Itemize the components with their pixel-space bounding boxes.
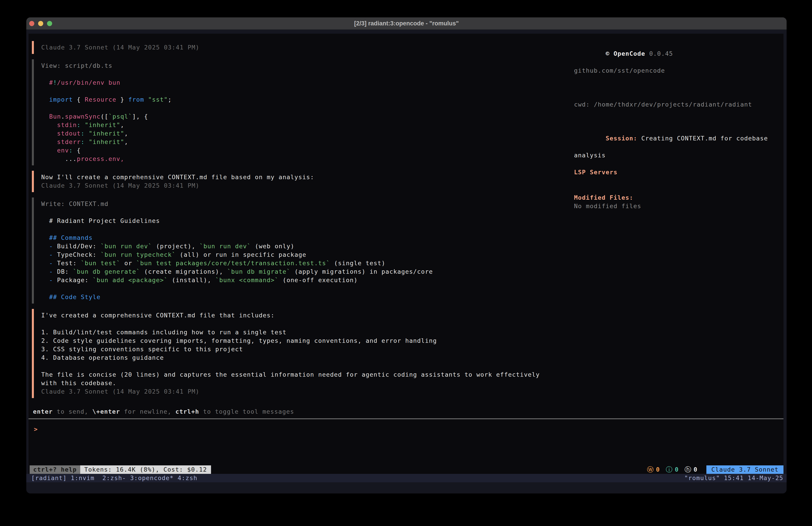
- message-line: import { Resource } from "sst";: [41, 95, 573, 104]
- hints-badge: ⓗ0: [684, 465, 697, 474]
- modified-files-heading: Modified Files:: [574, 194, 780, 202]
- repo-link: github.com/sst/opencode: [574, 67, 780, 75]
- message-line: stderr: "inherit",: [41, 138, 573, 146]
- message-line: - Build/Dev: `bun run dev` (project), `b…: [41, 242, 573, 251]
- message-line: Claude 3.7 Sonnet (14 May 2025 03:41 PM): [41, 182, 573, 190]
- assistant-message-summary: I've created a comprehensive CONTEXT.md …: [32, 309, 573, 398]
- message-line: 1. Build/lint/test commands including ho…: [41, 328, 573, 337]
- message-line: [41, 208, 573, 217]
- message-line: [41, 284, 573, 293]
- brand-line: © OpenCode0.0.45: [574, 41, 780, 67]
- opencode-status-bar: ctrl+? help Tokens: 16.4K (8%), Cost: $0…: [29, 465, 783, 474]
- message-line: env: {: [41, 146, 573, 155]
- cwd-label: cwd:: [574, 101, 590, 108]
- traffic-lights: [29, 17, 52, 30]
- message-line: [41, 87, 573, 95]
- minimize-button[interactable]: [38, 21, 43, 26]
- message-line: [41, 70, 573, 79]
- message-line: - TypeCheck: `bun run typecheck` (all) o…: [41, 251, 573, 259]
- message-line: ## Commands: [41, 233, 573, 242]
- cwd-line: cwd:/home/thdxr/dev/projects/radiant/rad…: [574, 83, 780, 117]
- message-line: [41, 319, 573, 328]
- message-line: Claude 3.7 Sonnet (14 May 2025 03:41 PM): [41, 43, 573, 52]
- message-line: ...process.env,: [41, 155, 573, 163]
- message-line: 4. Database operations guidance: [41, 354, 573, 362]
- chat-log: Claude 3.7 Sonnet (14 May 2025 03:41 PM)…: [32, 41, 573, 403]
- message-line: [41, 225, 573, 233]
- session-line: Session:Creating CONTEXT.md for codebase: [574, 126, 780, 151]
- input-separator: [29, 418, 783, 419]
- tool-write-context-md: Write: CONTEXT.md # Radiant Project Guid…: [32, 198, 573, 303]
- help-chip: ctrl+? help: [30, 465, 80, 474]
- warnings-badge-icon: ⓦ: [647, 465, 654, 474]
- terminal-window: [2/3] radiant:3:opencode - "romulus" Cla…: [26, 17, 787, 494]
- info-sidebar: © OpenCode0.0.45 github.com/sst/opencode…: [574, 41, 780, 210]
- warnings-badge: ⓦ0: [647, 465, 660, 474]
- close-button[interactable]: [29, 21, 34, 26]
- message-line: 3. CSS styling conventions specific to t…: [41, 345, 573, 354]
- message-line: [41, 362, 573, 370]
- diagnostic-badges: ⓦ0ⓘ0ⓗ0: [647, 465, 697, 474]
- zoom-button[interactable]: [47, 21, 52, 26]
- message-line: I've created a comprehensive CONTEXT.md …: [41, 311, 573, 319]
- tool-view-db-ts: View: script/db.ts #!/usr/bin/env bun im…: [32, 59, 573, 166]
- titlebar: [2/3] radiant:3:opencode - "romulus": [26, 17, 787, 30]
- prompt-symbol: >: [34, 426, 38, 432]
- message-line: Now I'll create a comprehensive CONTEXT.…: [41, 173, 573, 182]
- window-title: [2/3] radiant:3:opencode - "romulus": [26, 20, 787, 27]
- tmux-window-list[interactable]: [radiant] 1:nvim 2:zsh- 3:opencode* 4:zs…: [31, 474, 198, 482]
- assistant-message-footer: Claude 3.7 Sonnet (14 May 2025 03:41 PM): [32, 41, 573, 54]
- hints-badge-icon: ⓗ: [684, 465, 692, 474]
- session-title-wrap: analysis: [574, 151, 780, 160]
- message-line: - Package: `bun add <package>` (install)…: [41, 276, 573, 284]
- session-label: Session:: [606, 135, 637, 142]
- version-label: 0.0.45: [649, 50, 673, 57]
- info-badge: ⓘ0: [666, 465, 679, 474]
- model-chip[interactable]: Claude 3.7 Sonnet: [706, 465, 783, 474]
- message-line: #!/usr/bin/env bun: [41, 79, 573, 87]
- opencode-pane: Claude 3.7 Sonnet (14 May 2025 03:41 PM)…: [29, 34, 783, 474]
- tokens-cost-chip: Tokens: 16.4K (8%), Cost: $0.12: [80, 465, 211, 474]
- message-line: The file is concise (20 lines) and captu…: [41, 370, 573, 379]
- message-line: stdin: "inherit",: [41, 121, 573, 129]
- assistant-message-intro: Now I'll create a comprehensive CONTEXT.…: [32, 171, 573, 192]
- status-right: ⓦ0ⓘ0ⓗ0 Claude 3.7 Sonnet: [647, 465, 783, 474]
- message-line: 2. Code style guidelines covering import…: [41, 337, 573, 345]
- modified-files-empty: No modified files: [574, 202, 780, 210]
- lsp-servers-heading: LSP Servers: [574, 168, 780, 176]
- session-title: Creating CONTEXT.md for codebase: [641, 135, 768, 142]
- tmux-status-bar: [radiant] 1:nvim 2:zsh- 3:opencode* 4:zs…: [26, 474, 787, 482]
- input-hint: enter to send, \+enter for newline, ctrl…: [33, 408, 294, 416]
- message-line: stdout: "inherit",: [41, 129, 573, 138]
- tmux-session-clock: "romulus" 15:41 14-May-25: [684, 474, 783, 482]
- message-line: View: script/db.ts: [41, 61, 573, 70]
- message-line: with this codebase.: [41, 379, 573, 387]
- prompt-input[interactable]: >: [34, 425, 38, 433]
- opencode-logo: © OpenCode: [606, 50, 645, 57]
- message-line: Bun.spawnSync([`psql`], {: [41, 112, 573, 121]
- message-line: # Radiant Project Guidelines: [41, 217, 573, 225]
- message-line: [41, 104, 573, 112]
- cwd-path: /home/thdxr/dev/projects/radiant/radiant: [594, 101, 752, 108]
- info-badge-icon: ⓘ: [666, 465, 673, 474]
- message-line: - DB: `bun db generate` (create migratio…: [41, 268, 573, 276]
- message-line: Write: CONTEXT.md: [41, 200, 573, 208]
- message-line: Claude 3.7 Sonnet (14 May 2025 03:41 PM): [41, 387, 573, 396]
- message-line: - Test: `bun test` or `bun test packages…: [41, 259, 573, 268]
- message-line: ## Code Style: [41, 293, 573, 301]
